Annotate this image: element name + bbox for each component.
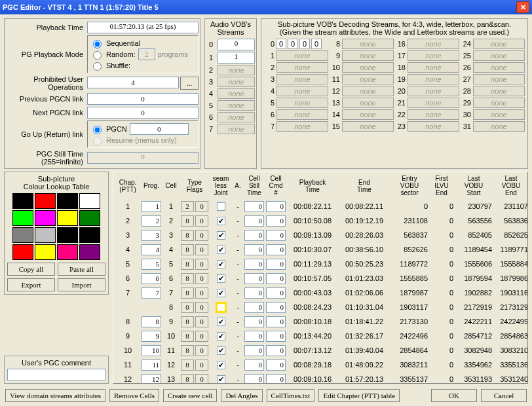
type-button[interactable]: 0: [181, 302, 194, 313]
type-button[interactable]: 8: [181, 244, 194, 255]
cell-still-time[interactable]: [244, 201, 264, 212]
cell-cmd[interactable]: [266, 201, 286, 212]
cell-still-time[interactable]: [244, 259, 264, 270]
ok-button[interactable]: OK: [431, 389, 477, 402]
audio-stream-none[interactable]: none: [218, 100, 255, 111]
seamless-checkbox[interactable]: ✔: [217, 246, 225, 254]
sp-stream-none[interactable]: none: [276, 121, 328, 132]
seamless-checkbox[interactable]: ✔: [217, 318, 225, 326]
cell-cmd[interactable]: [266, 331, 286, 342]
sp-stream-none[interactable]: none: [342, 62, 394, 73]
cell-prog[interactable]: [142, 331, 161, 342]
audio-stream-none[interactable]: none: [218, 65, 255, 75]
clut-swatch[interactable]: [35, 227, 56, 243]
celltimes-button[interactable]: CellTimes.txt: [267, 389, 315, 402]
cell-prog[interactable]: [142, 259, 161, 270]
sp-stream-none[interactable]: none: [342, 121, 394, 132]
flags-button[interactable]: 0: [195, 273, 208, 284]
audio-stream[interactable]: 1: [218, 52, 255, 64]
clut-swatch[interactable]: [79, 227, 100, 243]
pgcn-value[interactable]: [130, 123, 189, 135]
export-button[interactable]: Export: [7, 278, 55, 291]
cell-cmd[interactable]: [266, 345, 286, 356]
cell-still-time[interactable]: [244, 273, 264, 284]
sp-stream-none[interactable]: none: [473, 109, 525, 120]
clut-swatch[interactable]: [57, 210, 78, 226]
cell-prog[interactable]: [142, 374, 161, 384]
cell-still-time[interactable]: [244, 360, 264, 371]
clut-swatch[interactable]: [35, 210, 56, 226]
clut-swatch[interactable]: [79, 210, 100, 226]
sp-stream-none[interactable]: none: [342, 39, 394, 49]
sp-stream-none[interactable]: none: [276, 74, 328, 84]
sp-stream-none[interactable]: none: [342, 74, 394, 84]
remove-cells-button[interactable]: Remove Cells: [109, 389, 159, 402]
clut-swatch[interactable]: [79, 244, 100, 260]
radio-random[interactable]: [93, 51, 102, 60]
cell-still-time[interactable]: [244, 230, 264, 241]
seamless-checkbox[interactable]: ✔: [217, 274, 225, 283]
comment-input[interactable]: [7, 369, 105, 380]
audio-stream-none[interactable]: none: [218, 88, 255, 99]
flags-button[interactable]: 0: [195, 374, 208, 384]
cell-prog[interactable]: [142, 215, 161, 227]
type-button[interactable]: 8: [181, 345, 194, 356]
cell-prog[interactable]: [142, 316, 161, 327]
sp-stream-none[interactable]: none: [473, 98, 525, 108]
seamless-checkbox[interactable]: [217, 303, 225, 312]
seamless-checkbox[interactable]: ✔: [217, 231, 225, 240]
seamless-checkbox[interactable]: ✔: [217, 346, 225, 355]
type-button[interactable]: 8: [181, 374, 194, 384]
close-icon[interactable]: ✕: [516, 1, 529, 13]
sp-stream-none[interactable]: none: [276, 98, 328, 108]
clut-swatch[interactable]: [57, 227, 78, 243]
cell-cmd[interactable]: [266, 259, 286, 270]
sp-stream[interactable]: 0: [311, 39, 322, 49]
sp-stream-none[interactable]: none: [473, 62, 525, 73]
puo-browse-button[interactable]: ...: [180, 77, 199, 90]
type-button[interactable]: 8: [181, 287, 194, 299]
seamless-checkbox[interactable]: ✔: [217, 289, 225, 297]
edit-ptt-button[interactable]: Edit Chapter (PTT) table: [318, 389, 400, 402]
seamless-checkbox[interactable]: ✔: [217, 361, 225, 369]
cell-prog[interactable]: [142, 345, 161, 356]
flags-button[interactable]: 0: [195, 287, 208, 299]
prev-pgcn-value[interactable]: [87, 93, 199, 105]
seamless-checkbox[interactable]: ✔: [217, 332, 225, 341]
cell-still-time[interactable]: [244, 316, 264, 327]
flags-button[interactable]: 0: [195, 201, 208, 212]
sp-stream-none[interactable]: none: [408, 74, 459, 84]
flags-button[interactable]: 0: [195, 244, 208, 255]
cell-prog[interactable]: [142, 273, 161, 284]
sp-stream-none[interactable]: none: [276, 109, 328, 120]
flags-button[interactable]: 0: [195, 360, 208, 371]
copy-all-button[interactable]: Copy all: [7, 263, 55, 276]
sp-stream-none[interactable]: none: [473, 39, 525, 49]
cell-prog[interactable]: [142, 230, 161, 241]
cell-prog[interactable]: [142, 360, 161, 371]
type-button[interactable]: 8: [181, 230, 194, 241]
sp-stream-none[interactable]: none: [408, 98, 459, 108]
view-domain-button[interactable]: View domain streams attributes: [5, 389, 105, 402]
import-button[interactable]: Import: [58, 278, 105, 291]
cell-cmd[interactable]: [266, 302, 286, 313]
seamless-checkbox[interactable]: [217, 202, 225, 211]
clut-swatch[interactable]: [12, 193, 33, 209]
cell-cmd[interactable]: [266, 316, 286, 327]
cell-cmd[interactable]: [266, 244, 286, 255]
sp-stream-none[interactable]: none: [473, 50, 525, 61]
sp-stream-none[interactable]: none: [342, 50, 394, 61]
radio-shuffle[interactable]: [93, 62, 102, 71]
seamless-checkbox[interactable]: ✔: [217, 260, 225, 268]
cell-still-time[interactable]: [244, 244, 264, 255]
sp-stream-none[interactable]: none: [408, 39, 459, 49]
sp-stream-none[interactable]: none: [408, 86, 459, 96]
type-button[interactable]: 2: [181, 201, 194, 212]
cell-still-time[interactable]: [244, 345, 264, 356]
type-button[interactable]: 8: [181, 273, 194, 284]
clut-swatch[interactable]: [12, 227, 33, 243]
flags-button[interactable]: 0: [195, 259, 208, 270]
cancel-button[interactable]: Cancel: [481, 389, 527, 402]
sp-stream-none[interactable]: none: [276, 62, 328, 73]
sp-stream-none[interactable]: none: [342, 86, 394, 96]
